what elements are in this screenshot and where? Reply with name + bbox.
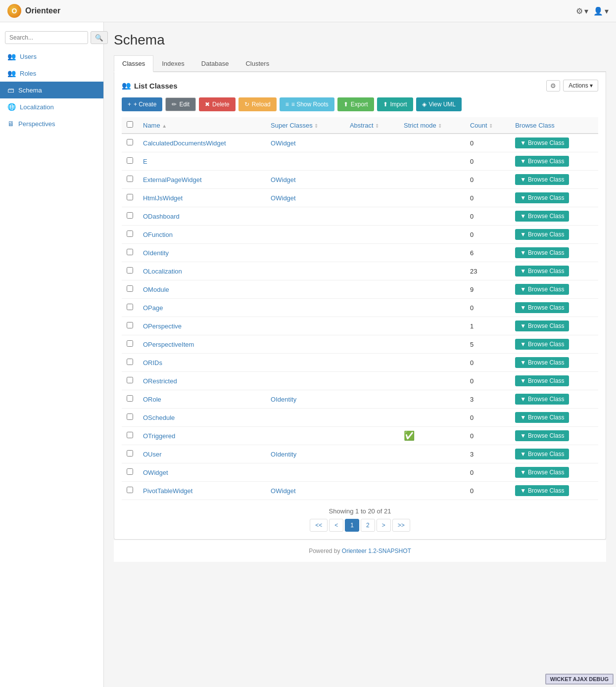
class-name-link[interactable]: ODashboard <box>143 213 180 220</box>
class-name-link[interactable]: ORole <box>143 396 161 403</box>
class-name-link[interactable]: OFunction <box>143 231 173 238</box>
row-checkbox[interactable] <box>127 432 133 438</box>
class-name-link[interactable]: HtmlJsWidget <box>143 194 183 202</box>
class-name-link[interactable]: PivotTableWidget <box>143 487 192 495</box>
row-checkbox[interactable] <box>127 230 133 237</box>
edit-button[interactable]: ✏ Edit <box>165 97 196 111</box>
row-checkbox[interactable] <box>127 487 133 493</box>
page-prev-button[interactable]: < <box>329 519 343 532</box>
class-name-link[interactable]: ORIDs <box>143 359 162 366</box>
page-2-button[interactable]: 2 <box>361 519 375 532</box>
row-checkbox[interactable] <box>127 157 133 164</box>
row-checkbox[interactable] <box>127 194 133 200</box>
browse-class-button[interactable]: ▼ Browse Class <box>515 284 569 295</box>
tab-classes[interactable]: Classes <box>114 55 153 72</box>
count-sort-icon[interactable]: ⇕ <box>489 123 493 129</box>
browse-class-button[interactable]: ▼ Browse Class <box>515 394 569 405</box>
browse-class-button[interactable]: ▼ Browse Class <box>515 302 569 313</box>
row-checkbox[interactable] <box>127 377 133 383</box>
super-class-link[interactable]: OWidget <box>271 194 296 202</box>
class-name-link[interactable]: OModule <box>143 286 169 293</box>
import-button[interactable]: ⬆ Import <box>377 97 413 111</box>
browse-class-button[interactable]: ▼ Browse Class <box>515 321 569 331</box>
browse-class-button[interactable]: ▼ Browse Class <box>515 339 569 350</box>
page-last-button[interactable]: >> <box>392 519 410 532</box>
sidebar-item-localization[interactable]: 🌐 Localization <box>0 98 103 115</box>
sidebar-item-perspectives[interactable]: 🖥 Perspectives <box>0 115 103 132</box>
row-checkbox[interactable] <box>127 322 133 328</box>
browse-class-button[interactable]: ▼ Browse Class <box>515 247 569 258</box>
browse-class-button[interactable]: ▼ Browse Class <box>515 357 569 368</box>
abstract-sort-icon[interactable]: ⇕ <box>375 123 379 129</box>
export-button[interactable]: ⬆ Export <box>337 97 374 111</box>
class-name-link[interactable]: CalculatedDocumentsWidget <box>143 139 226 147</box>
browse-class-button[interactable]: ▼ Browse Class <box>515 229 569 240</box>
select-all-checkbox[interactable] <box>127 121 133 128</box>
browse-class-button[interactable]: ▼ Browse Class <box>515 137 569 148</box>
sidebar-item-users[interactable]: 👥 Users <box>0 48 103 65</box>
row-checkbox[interactable] <box>127 285 133 292</box>
browse-class-button[interactable]: ▼ Browse Class <box>515 467 569 478</box>
super-class-link[interactable]: OIdentity <box>271 396 296 403</box>
row-checkbox[interactable] <box>127 450 133 457</box>
tab-database[interactable]: Database <box>193 55 237 71</box>
row-checkbox[interactable] <box>127 359 133 365</box>
page-first-button[interactable]: << <box>310 519 328 532</box>
class-name-link[interactable]: OUser <box>143 451 162 458</box>
row-checkbox[interactable] <box>127 304 133 310</box>
view-uml-button[interactable]: ◈ View UML <box>416 97 462 111</box>
card-settings-button[interactable]: ⚙ <box>546 80 560 92</box>
row-checkbox[interactable] <box>127 139 133 145</box>
row-checkbox[interactable] <box>127 249 133 255</box>
browse-class-button[interactable]: ▼ Browse Class <box>515 485 569 496</box>
browse-class-button[interactable]: ▼ Browse Class <box>515 375 569 386</box>
super-class-link[interactable]: OIdentity <box>271 451 296 458</box>
browse-class-button[interactable]: ▼ Browse Class <box>515 412 569 423</box>
row-checkbox[interactable] <box>127 176 133 182</box>
brand-logo[interactable]: O Orienteer <box>7 4 60 18</box>
sidebar-item-roles[interactable]: 👥 Roles <box>0 65 103 82</box>
delete-button[interactable]: ✖ Delete <box>199 97 236 111</box>
browse-class-button[interactable]: ▼ Browse Class <box>515 449 569 459</box>
super-class-link[interactable]: OWidget <box>271 139 296 147</box>
strict-mode-sort-icon[interactable]: ⇕ <box>438 123 442 129</box>
super-classes-sort-icon[interactable]: ⇕ <box>314 123 318 129</box>
browse-class-button[interactable]: ▼ Browse Class <box>515 192 569 203</box>
name-sort-icon[interactable]: ▲ <box>162 123 167 129</box>
reload-button[interactable]: ↻ Reload <box>238 97 277 111</box>
browse-class-button[interactable]: ▼ Browse Class <box>515 430 569 441</box>
row-checkbox[interactable] <box>127 267 133 274</box>
row-checkbox[interactable] <box>127 468 133 475</box>
search-input[interactable] <box>5 31 88 44</box>
class-name-link[interactable]: OIdentity <box>143 249 169 257</box>
actions-dropdown-button[interactable]: Actions ▾ <box>563 80 598 92</box>
user-btn[interactable]: 👤 ▾ <box>593 6 609 16</box>
class-name-link[interactable]: ORestricted <box>143 377 177 385</box>
class-name-link[interactable]: OLocalization <box>143 268 182 275</box>
super-class-link[interactable]: OWidget <box>271 176 296 183</box>
browse-class-button[interactable]: ▼ Browse Class <box>515 156 569 167</box>
page-1-button[interactable]: 1 <box>345 519 359 532</box>
class-name-link[interactable]: ExternalPageWidget <box>143 176 202 183</box>
class-name-link[interactable]: E <box>143 158 147 165</box>
row-checkbox[interactable] <box>127 413 133 420</box>
row-checkbox[interactable] <box>127 340 133 347</box>
browse-class-button[interactable]: ▼ Browse Class <box>515 174 569 185</box>
class-name-link[interactable]: OSchedule <box>143 414 175 421</box>
page-next-button[interactable]: > <box>377 519 391 532</box>
class-name-link[interactable]: OPage <box>143 304 163 312</box>
tab-indexes[interactable]: Indexes <box>153 55 193 71</box>
browse-class-button[interactable]: ▼ Browse Class <box>515 211 569 222</box>
sidebar-item-schema[interactable]: 🗃 Schema <box>0 82 103 98</box>
class-name-link[interactable]: OPerspective <box>143 322 182 330</box>
create-button[interactable]: + + Create <box>122 97 162 111</box>
super-class-link[interactable]: OWidget <box>271 487 296 495</box>
browse-class-button[interactable]: ▼ Browse Class <box>515 266 569 276</box>
show-roots-button[interactable]: ≡ ≡ Show Roots <box>280 97 334 111</box>
class-name-link[interactable]: OTriggered <box>143 432 175 440</box>
footer-link[interactable]: Orienteer 1.2-SNAPSHOT <box>342 548 411 554</box>
settings-btn[interactable]: ⚙ ▾ <box>576 6 588 16</box>
tab-clusters[interactable]: Clusters <box>237 55 278 71</box>
class-name-link[interactable]: OWidget <box>143 469 168 476</box>
row-checkbox[interactable] <box>127 395 133 402</box>
